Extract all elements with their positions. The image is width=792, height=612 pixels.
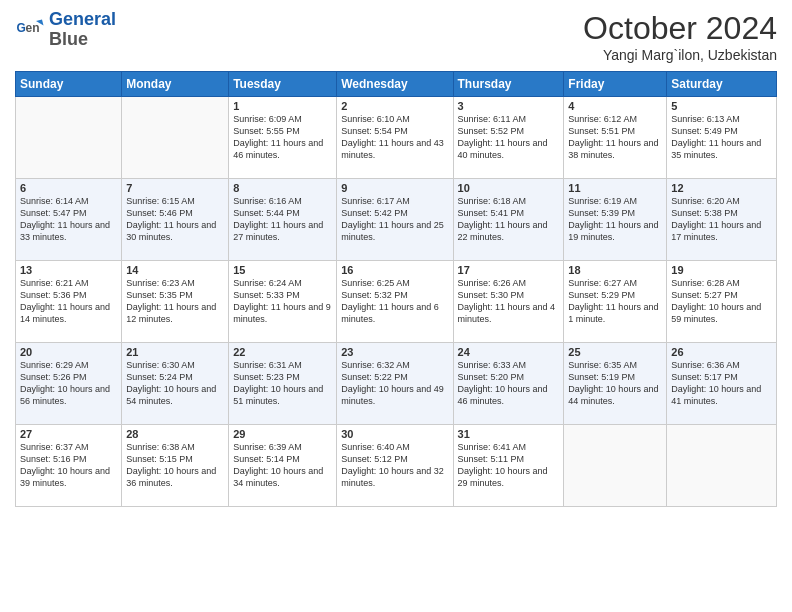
day-number: 16 [341,264,448,276]
day-number: 29 [233,428,332,440]
day-info: Sunrise: 6:35 AM Sunset: 5:19 PM Dayligh… [568,359,662,408]
day-info: Sunrise: 6:09 AM Sunset: 5:55 PM Dayligh… [233,113,332,162]
day-number: 15 [233,264,332,276]
day-number: 3 [458,100,560,112]
day-info: Sunrise: 6:25 AM Sunset: 5:32 PM Dayligh… [341,277,448,326]
day-info: Sunrise: 6:39 AM Sunset: 5:14 PM Dayligh… [233,441,332,490]
header-row: Sunday Monday Tuesday Wednesday Thursday… [16,72,777,97]
calendar-cell: 17Sunrise: 6:26 AM Sunset: 5:30 PM Dayli… [453,261,564,343]
calendar-cell [16,97,122,179]
day-number: 4 [568,100,662,112]
day-info: Sunrise: 6:26 AM Sunset: 5:30 PM Dayligh… [458,277,560,326]
day-number: 19 [671,264,772,276]
calendar-week-1: 1Sunrise: 6:09 AM Sunset: 5:55 PM Daylig… [16,97,777,179]
day-number: 25 [568,346,662,358]
logo: G e n General Blue [15,10,116,50]
calendar-cell: 6Sunrise: 6:14 AM Sunset: 5:47 PM Daylig… [16,179,122,261]
calendar-cell [122,97,229,179]
day-info: Sunrise: 6:19 AM Sunset: 5:39 PM Dayligh… [568,195,662,244]
day-info: Sunrise: 6:16 AM Sunset: 5:44 PM Dayligh… [233,195,332,244]
calendar-cell: 31Sunrise: 6:41 AM Sunset: 5:11 PM Dayli… [453,425,564,507]
day-info: Sunrise: 6:29 AM Sunset: 5:26 PM Dayligh… [20,359,117,408]
day-number: 2 [341,100,448,112]
calendar-cell: 28Sunrise: 6:38 AM Sunset: 5:15 PM Dayli… [122,425,229,507]
calendar-cell: 10Sunrise: 6:18 AM Sunset: 5:41 PM Dayli… [453,179,564,261]
calendar-week-5: 27Sunrise: 6:37 AM Sunset: 5:16 PM Dayli… [16,425,777,507]
page: G e n General Blue October 2024 Yangi Ma… [0,0,792,612]
calendar-cell: 8Sunrise: 6:16 AM Sunset: 5:44 PM Daylig… [229,179,337,261]
calendar-cell: 2Sunrise: 6:10 AM Sunset: 5:54 PM Daylig… [337,97,453,179]
day-info: Sunrise: 6:27 AM Sunset: 5:29 PM Dayligh… [568,277,662,326]
calendar-cell: 24Sunrise: 6:33 AM Sunset: 5:20 PM Dayli… [453,343,564,425]
day-info: Sunrise: 6:13 AM Sunset: 5:49 PM Dayligh… [671,113,772,162]
day-info: Sunrise: 6:10 AM Sunset: 5:54 PM Dayligh… [341,113,448,162]
calendar-cell: 5Sunrise: 6:13 AM Sunset: 5:49 PM Daylig… [667,97,777,179]
day-number: 13 [20,264,117,276]
calendar-week-4: 20Sunrise: 6:29 AM Sunset: 5:26 PM Dayli… [16,343,777,425]
calendar-cell: 13Sunrise: 6:21 AM Sunset: 5:36 PM Dayli… [16,261,122,343]
calendar-cell: 29Sunrise: 6:39 AM Sunset: 5:14 PM Dayli… [229,425,337,507]
day-info: Sunrise: 6:28 AM Sunset: 5:27 PM Dayligh… [671,277,772,326]
day-number: 23 [341,346,448,358]
day-info: Sunrise: 6:24 AM Sunset: 5:33 PM Dayligh… [233,277,332,326]
calendar-cell: 15Sunrise: 6:24 AM Sunset: 5:33 PM Dayli… [229,261,337,343]
day-info: Sunrise: 6:36 AM Sunset: 5:17 PM Dayligh… [671,359,772,408]
day-number: 26 [671,346,772,358]
calendar-week-2: 6Sunrise: 6:14 AM Sunset: 5:47 PM Daylig… [16,179,777,261]
day-number: 10 [458,182,560,194]
col-thursday: Thursday [453,72,564,97]
day-number: 28 [126,428,224,440]
svg-text:n: n [32,20,39,34]
calendar-cell: 27Sunrise: 6:37 AM Sunset: 5:16 PM Dayli… [16,425,122,507]
calendar-cell: 3Sunrise: 6:11 AM Sunset: 5:52 PM Daylig… [453,97,564,179]
day-info: Sunrise: 6:17 AM Sunset: 5:42 PM Dayligh… [341,195,448,244]
day-info: Sunrise: 6:41 AM Sunset: 5:11 PM Dayligh… [458,441,560,490]
calendar-cell: 12Sunrise: 6:20 AM Sunset: 5:38 PM Dayli… [667,179,777,261]
calendar-cell: 26Sunrise: 6:36 AM Sunset: 5:17 PM Dayli… [667,343,777,425]
col-tuesday: Tuesday [229,72,337,97]
day-number: 30 [341,428,448,440]
col-saturday: Saturday [667,72,777,97]
day-info: Sunrise: 6:40 AM Sunset: 5:12 PM Dayligh… [341,441,448,490]
calendar-cell: 18Sunrise: 6:27 AM Sunset: 5:29 PM Dayli… [564,261,667,343]
calendar-table: Sunday Monday Tuesday Wednesday Thursday… [15,71,777,507]
calendar-cell: 16Sunrise: 6:25 AM Sunset: 5:32 PM Dayli… [337,261,453,343]
col-monday: Monday [122,72,229,97]
col-sunday: Sunday [16,72,122,97]
header: G e n General Blue October 2024 Yangi Ma… [15,10,777,63]
calendar-cell: 14Sunrise: 6:23 AM Sunset: 5:35 PM Dayli… [122,261,229,343]
calendar-cell: 7Sunrise: 6:15 AM Sunset: 5:46 PM Daylig… [122,179,229,261]
day-info: Sunrise: 6:32 AM Sunset: 5:22 PM Dayligh… [341,359,448,408]
col-friday: Friday [564,72,667,97]
title-block: October 2024 Yangi Marg`ilon, Uzbekistan [583,10,777,63]
day-number: 1 [233,100,332,112]
calendar-cell: 22Sunrise: 6:31 AM Sunset: 5:23 PM Dayli… [229,343,337,425]
calendar-cell: 20Sunrise: 6:29 AM Sunset: 5:26 PM Dayli… [16,343,122,425]
day-info: Sunrise: 6:33 AM Sunset: 5:20 PM Dayligh… [458,359,560,408]
svg-text:G: G [17,20,26,34]
logo-icon: G e n [15,15,45,45]
calendar-cell: 23Sunrise: 6:32 AM Sunset: 5:22 PM Dayli… [337,343,453,425]
day-number: 22 [233,346,332,358]
day-info: Sunrise: 6:20 AM Sunset: 5:38 PM Dayligh… [671,195,772,244]
day-info: Sunrise: 6:31 AM Sunset: 5:23 PM Dayligh… [233,359,332,408]
day-number: 6 [20,182,117,194]
calendar-cell: 30Sunrise: 6:40 AM Sunset: 5:12 PM Dayli… [337,425,453,507]
day-number: 8 [233,182,332,194]
calendar-cell: 9Sunrise: 6:17 AM Sunset: 5:42 PM Daylig… [337,179,453,261]
day-number: 14 [126,264,224,276]
day-number: 5 [671,100,772,112]
day-number: 12 [671,182,772,194]
calendar-cell: 11Sunrise: 6:19 AM Sunset: 5:39 PM Dayli… [564,179,667,261]
calendar-cell: 4Sunrise: 6:12 AM Sunset: 5:51 PM Daylig… [564,97,667,179]
calendar-cell: 1Sunrise: 6:09 AM Sunset: 5:55 PM Daylig… [229,97,337,179]
calendar-cell [667,425,777,507]
day-number: 21 [126,346,224,358]
calendar-cell [564,425,667,507]
day-number: 11 [568,182,662,194]
day-number: 17 [458,264,560,276]
day-info: Sunrise: 6:11 AM Sunset: 5:52 PM Dayligh… [458,113,560,162]
day-number: 24 [458,346,560,358]
col-wednesday: Wednesday [337,72,453,97]
day-info: Sunrise: 6:14 AM Sunset: 5:47 PM Dayligh… [20,195,117,244]
